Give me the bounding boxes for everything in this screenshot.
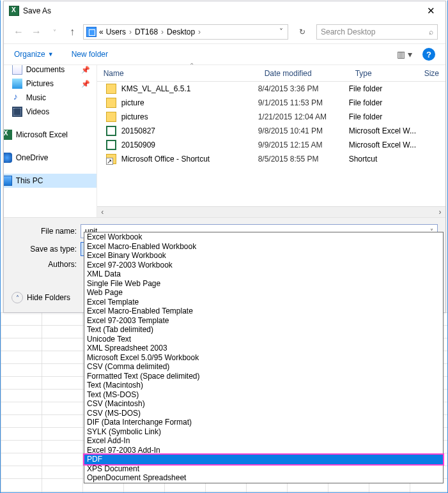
view-button[interactable]: ▥ ▾ — [397, 49, 412, 59]
organize-label: Organize — [14, 50, 45, 59]
dropdown-option[interactable]: CSV (Macintosh) — [84, 399, 443, 409]
close-button[interactable]: ✕ — [417, 1, 445, 20]
dropdown-option[interactable]: Formatted Text (Space delimited) — [84, 372, 443, 381]
dropdown-option[interactable]: SYLK (Symbolic Link) — [84, 427, 443, 437]
doc-icon — [12, 65, 22, 75]
sidebar-item-this-pc[interactable]: This PC — [4, 174, 97, 188]
file-date: 9/1/2015 11:53 PM — [258, 98, 349, 107]
xl-icon — [106, 126, 116, 136]
dropdown-option[interactable]: Excel Macro-Enabled Workbook — [84, 242, 443, 252]
file-row[interactable]: 201509099/9/2015 12:15 AMMicrosoft Excel… — [97, 138, 445, 152]
breadcrumb-sep: › — [198, 27, 201, 36]
breadcrumb-prefix: « — [99, 27, 104, 36]
file-type: File folder — [349, 84, 424, 93]
sidebar-item-pictures[interactable]: Pictures📌 — [4, 77, 97, 91]
col-name[interactable]: Name — [97, 69, 258, 78]
forward-button[interactable]: → — [29, 25, 43, 39]
sidebar-item-label: Videos — [26, 107, 49, 116]
sidebar-item-documents[interactable]: Documents📌 — [4, 65, 97, 77]
sidebar-item-label: This PC — [16, 176, 43, 185]
column-header-row: Name Date modified Type Size — [97, 65, 445, 82]
h-scrollbar[interactable]: ‹ › — [97, 206, 445, 217]
dropdown-option[interactable]: CSV (Comma delimited) — [84, 362, 443, 372]
sidebar-item-onedrive[interactable]: OneDrive — [4, 151, 97, 165]
dropdown-option[interactable]: Text (MS-DOS) — [84, 390, 443, 400]
breadcrumb-sep: › — [129, 27, 132, 36]
file-row[interactable]: 201508279/8/2015 10:41 PMMicrosoft Excel… — [97, 124, 445, 138]
dropdown-option[interactable]: Unicode Text — [84, 335, 443, 344]
breadcrumb-part[interactable]: Desktop — [167, 27, 195, 36]
pc-icon — [86, 27, 97, 37]
address-bar[interactable]: « Users › DT168 › Desktop › ˅ — [83, 24, 288, 40]
dropdown-option[interactable]: CSV (MS-DOS) — [84, 409, 443, 418]
col-type[interactable]: Type — [349, 69, 418, 78]
sidebar-item-videos[interactable]: Videos — [4, 105, 97, 119]
save-type-dropdown[interactable]: Excel WorkbookExcel Macro-Enabled Workbo… — [84, 232, 444, 483]
dropdown-option[interactable]: Text (Tab delimited) — [84, 325, 443, 335]
dropdown-option[interactable]: PDF — [84, 455, 443, 464]
pc-icon — [4, 176, 12, 186]
authors-label: Authors: — [12, 260, 81, 269]
dropdown-option[interactable]: OpenDocument Spreadsheet — [84, 473, 443, 483]
dropdown-option[interactable]: Microsoft Excel 5.0/95 Workbook — [84, 353, 443, 363]
new-folder-button[interactable]: New folder — [72, 50, 108, 59]
excel-icon — [9, 6, 19, 16]
file-name: pictures — [121, 112, 258, 121]
col-date[interactable]: Date modified — [258, 69, 349, 78]
pin-icon[interactable]: 📌 — [81, 66, 90, 74]
dropdown-option[interactable]: Single File Web Page — [84, 279, 443, 289]
dropdown-option[interactable]: Excel 97-2003 Template — [84, 316, 443, 326]
file-type: File folder — [349, 112, 424, 121]
hide-folders-button[interactable]: Hide Folders — [27, 293, 70, 302]
recent-dropdown[interactable]: ˅ — [47, 25, 61, 39]
sidebar-item-music[interactable]: Music — [4, 91, 97, 105]
file-row[interactable]: picture9/1/2015 11:53 PMFile folder — [97, 96, 445, 110]
dropdown-option[interactable]: Excel Workbook — [84, 232, 443, 242]
file-type: Microsoft Excel W... — [349, 140, 424, 149]
dropdown-option[interactable]: Excel 97-2003 Add-In — [84, 446, 443, 455]
scroll-left-icon[interactable]: ‹ — [97, 208, 108, 216]
folder-icon — [106, 98, 116, 108]
dropdown-option[interactable]: Excel Binary Workbook — [84, 251, 443, 261]
dropdown-option[interactable]: Web Page — [84, 288, 443, 298]
file-date: 9/8/2015 10:41 PM — [258, 126, 349, 135]
dropdown-option[interactable]: XML Data — [84, 269, 443, 279]
file-name: 20150827 — [121, 126, 258, 135]
dropdown-option[interactable]: XML Spreadsheet 2003 — [84, 344, 443, 353]
sort-indicator-icon: ⌃ — [189, 62, 194, 69]
dropdown-option[interactable]: Excel 97-2003 Workbook — [84, 261, 443, 270]
search-icon: ⌕ — [429, 27, 433, 36]
file-row[interactable]: pictures1/21/2015 12:04 AMFile folder — [97, 110, 445, 124]
address-dropdown-icon[interactable]: ˅ — [275, 27, 288, 36]
file-name: picture — [121, 98, 258, 107]
file-date: 8/5/2015 8:55 PM — [258, 155, 349, 163]
breadcrumb-part[interactable]: DT168 — [135, 27, 158, 36]
dropdown-option[interactable]: Excel Template — [84, 298, 443, 307]
organize-button[interactable]: Organize ▼ — [14, 50, 54, 59]
dropdown-option[interactable]: Text (Macintosh) — [84, 381, 443, 390]
dropdown-option[interactable]: Excel Macro-Enabled Template — [84, 307, 443, 316]
vid-icon — [12, 107, 22, 117]
sidebar-item-label: Pictures — [26, 79, 54, 88]
dropdown-option[interactable]: XPS Document — [84, 464, 443, 474]
pin-icon[interactable]: 📌 — [81, 80, 90, 88]
up-button[interactable]: ↑ — [65, 25, 79, 39]
file-row[interactable]: Microsoft Office - Shortcut8/5/2015 8:55… — [97, 152, 445, 166]
help-button[interactable]: ? — [422, 48, 435, 61]
filename-label: File name: — [12, 227, 81, 236]
dialog-title: Save As — [23, 6, 417, 15]
file-date: 9/9/2015 12:15 AM — [258, 140, 349, 149]
breadcrumb-part[interactable]: Users — [106, 27, 126, 36]
dropdown-option[interactable]: Excel Add-In — [84, 436, 443, 446]
search-input[interactable]: Search Desktop ⌕ — [316, 24, 438, 40]
sidebar-item-label: OneDrive — [16, 153, 49, 162]
dropdown-option[interactable]: DIF (Data Interchange Format) — [84, 418, 443, 427]
scroll-right-icon[interactable]: › — [435, 208, 445, 216]
file-list-panel: Name Date modified Type Size KMS_VL_ALL_… — [97, 65, 445, 217]
back-button[interactable]: ← — [12, 25, 26, 39]
sidebar-item-microsoft-excel[interactable]: Microsoft Excel — [4, 128, 97, 142]
col-size[interactable]: Size — [418, 69, 445, 78]
collapse-icon[interactable]: ˄ — [12, 292, 23, 303]
refresh-button[interactable]: ↻ — [295, 24, 310, 40]
file-row[interactable]: KMS_VL_ALL_6.5.18/4/2015 3:36 PMFile fol… — [97, 82, 445, 96]
